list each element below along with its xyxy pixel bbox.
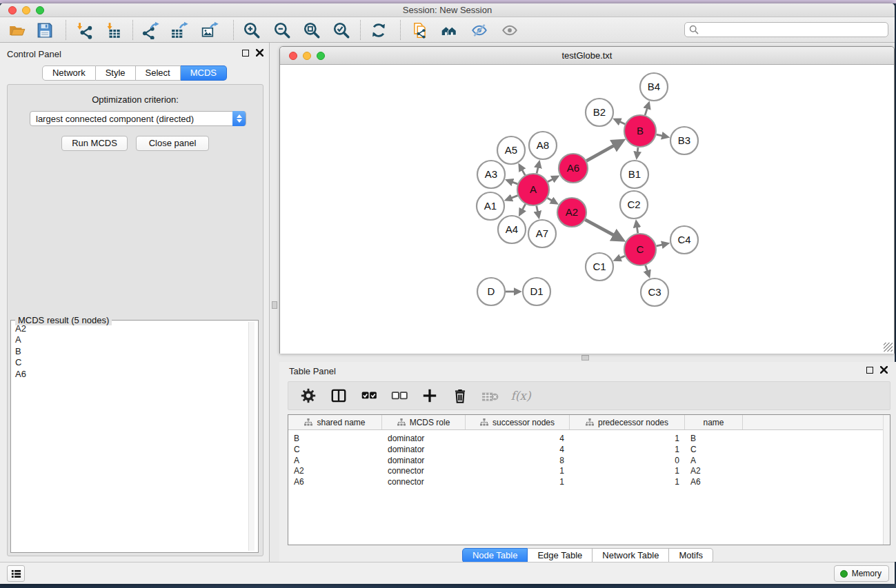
graph-node-A[interactable]: A [517, 174, 549, 205]
graph-node-B1[interactable]: B1 [621, 161, 648, 188]
refresh-view-icon[interactable] [368, 21, 389, 39]
export-network-icon[interactable] [141, 21, 161, 39]
table-row[interactable]: Bdominator41B [288, 434, 890, 445]
graph-node-A8[interactable]: A8 [529, 132, 557, 159]
table-tab-edge-table[interactable]: Edge Table [528, 548, 593, 563]
export-table-icon[interactable] [170, 21, 190, 39]
node-table[interactable]: shared nameMCDS rolesuccessor nodesprede… [288, 414, 890, 545]
graph-node-A1[interactable]: A1 [477, 192, 504, 220]
edge-B-B3[interactable] [656, 134, 667, 137]
tab-style[interactable]: Style [96, 65, 136, 81]
mcds-result-item[interactable]: A [12, 334, 247, 345]
table-tab-network-table[interactable]: Network Table [593, 548, 669, 563]
edge-A-A7[interactable] [537, 206, 539, 217]
tab-select[interactable]: Select [136, 65, 181, 81]
edge-C-C2[interactable] [636, 222, 637, 234]
table-row[interactable]: Cdominator41C [288, 445, 890, 456]
edge-C-C1[interactable] [615, 256, 625, 260]
window-resize-grip[interactable] [884, 343, 893, 352]
close-table-panel-icon[interactable] [880, 366, 888, 374]
edge-A-A6[interactable] [548, 176, 557, 182]
mcds-result-item[interactable]: A6 [12, 369, 247, 380]
float-table-panel-icon[interactable] [866, 367, 873, 374]
mcds-list-scrollbar[interactable] [248, 322, 255, 551]
graph-node-B4[interactable]: B4 [640, 73, 668, 101]
graph-node-C1[interactable]: C1 [586, 253, 613, 281]
graph-node-B[interactable]: B [624, 115, 656, 147]
edge-B-B4[interactable] [645, 103, 648, 115]
mcds-result-item[interactable]: C [12, 357, 247, 368]
zoom-fit-icon[interactable] [301, 21, 322, 39]
criterion-dropdown[interactable]: largest connected component (directed) [30, 111, 246, 126]
edge-A-A2[interactable] [548, 198, 557, 203]
column-header-shared-name[interactable]: shared name [288, 415, 382, 429]
float-panel-icon[interactable] [242, 50, 249, 57]
deselect-all-checkboxes-icon[interactable] [389, 385, 410, 406]
tab-network[interactable]: Network [42, 65, 96, 81]
graph-node-B3[interactable]: B3 [670, 127, 698, 154]
table-options-icon[interactable] [298, 385, 319, 406]
column-header-MCDS-role[interactable]: MCDS role [382, 415, 466, 429]
function-builder-icon[interactable]: f(x) [510, 385, 531, 406]
graph-node-D[interactable]: D [477, 278, 505, 305]
save-session-icon[interactable] [34, 21, 55, 39]
graph-node-D1[interactable]: D1 [523, 278, 550, 305]
edge-C-C4[interactable] [656, 243, 667, 246]
import-table-icon[interactable] [103, 21, 124, 39]
network-window-titlebar[interactable]: testGlobe.txt [280, 47, 894, 65]
graph-node-C4[interactable]: C4 [670, 226, 698, 254]
edge-A6-B[interactable] [586, 141, 622, 161]
table-row[interactable]: A6connector11A6 [288, 477, 890, 488]
column-header-predecessor-nodes[interactable]: predecessor nodes [570, 415, 685, 429]
zoom-in-icon[interactable] [241, 21, 262, 39]
graph-node-A4[interactable]: A4 [498, 216, 526, 243]
edge-A-A5[interactable] [519, 165, 525, 175]
graph-node-A3[interactable]: A3 [477, 161, 505, 188]
table-scrollbar[interactable] [883, 415, 890, 545]
graph-node-C2[interactable]: C2 [620, 191, 648, 219]
close-panel-button[interactable]: Close panel [136, 136, 209, 151]
zoom-selected-icon[interactable] [331, 21, 352, 39]
horizontal-splitter-handle[interactable] [581, 355, 589, 361]
show-columns-icon[interactable] [328, 385, 349, 406]
table-row[interactable]: Adominator80A [288, 456, 890, 467]
hide-selected-icon[interactable] [469, 21, 490, 39]
search-input[interactable] [684, 22, 888, 37]
graph-node-A5[interactable]: A5 [497, 136, 525, 164]
graph-node-C[interactable]: C [624, 234, 656, 265]
add-row-icon[interactable] [419, 385, 440, 406]
run-mcds-button[interactable]: Run MCDS [61, 136, 128, 151]
edge-A2-C[interactable] [585, 220, 622, 240]
new-network-from-selection-icon[interactable] [410, 21, 430, 39]
edge-B-B2[interactable] [615, 119, 626, 124]
table-tab-node-table[interactable]: Node Table [462, 548, 528, 563]
mcds-result-list[interactable]: A2ABCA6 [12, 323, 247, 551]
column-header-name[interactable]: name [685, 415, 743, 429]
mcds-result-item[interactable]: A2 [12, 323, 247, 334]
graph-node-A2[interactable]: A2 [557, 198, 586, 227]
memory-button[interactable]: Memory [834, 565, 889, 582]
first-neighbors-icon[interactable] [439, 21, 459, 39]
delete-rows-icon[interactable] [450, 385, 470, 406]
edge-A-A3[interactable] [507, 180, 517, 183]
table-row[interactable]: A2connector11A2 [288, 466, 890, 477]
graph-node-A7[interactable]: A7 [528, 220, 556, 247]
select-all-checkboxes-icon[interactable] [359, 385, 379, 406]
edge-B-B1[interactable] [637, 148, 638, 158]
column-header-successor-nodes[interactable]: successor nodes [466, 415, 570, 429]
main-titlebar[interactable]: Session: New Session [0, 3, 895, 17]
mcds-result-item[interactable]: B [12, 346, 247, 357]
show-all-icon[interactable] [499, 21, 520, 39]
table-tab-motifs[interactable]: Motifs [669, 548, 713, 563]
delete-table-icon[interactable] [480, 385, 501, 406]
import-network-icon[interactable] [73, 21, 94, 39]
close-panel-icon[interactable] [256, 49, 263, 57]
open-session-icon[interactable] [7, 21, 28, 39]
edge-A-A4[interactable] [520, 204, 526, 214]
tab-mcds[interactable]: MCDS [181, 65, 227, 81]
edge-C-C3[interactable] [646, 265, 649, 276]
network-canvas[interactable]: B4B2BB3A8A5A6A3B1AC2A1A2A4A7C4CC1C3DD1 [280, 65, 894, 354]
vertical-splitter-handle[interactable] [272, 301, 277, 309]
graph-node-A6[interactable]: A6 [559, 154, 588, 183]
show-panels-button[interactable] [7, 565, 25, 582]
